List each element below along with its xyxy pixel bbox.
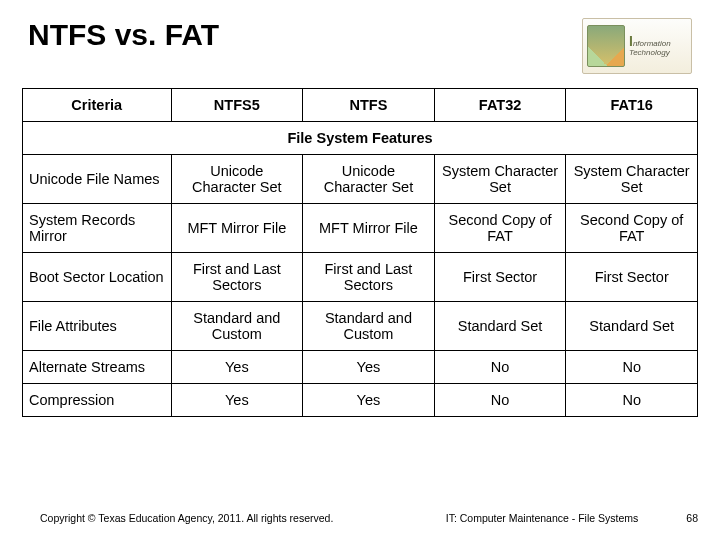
course-text: IT: Computer Maintenance - File Systems	[446, 512, 639, 524]
page-title: NTFS vs. FAT	[28, 18, 219, 52]
criteria-cell: Alternate Streams	[23, 351, 172, 384]
footer: Copyright © Texas Education Agency, 2011…	[0, 512, 720, 524]
value-cell: Standard and Custom	[171, 302, 303, 351]
table-row: Unicode File Names Unicode Character Set…	[23, 155, 698, 204]
value-cell: Standard and Custom	[303, 302, 435, 351]
criteria-cell: Compression	[23, 384, 172, 417]
criteria-cell: Unicode File Names	[23, 155, 172, 204]
section-header-row: File System Features	[23, 122, 698, 155]
col-fat16: FAT16	[566, 89, 698, 122]
value-cell: No	[434, 384, 566, 417]
value-cell: Yes	[171, 351, 303, 384]
value-cell: No	[566, 351, 698, 384]
table-row: Boot Sector Location First and Last Sect…	[23, 253, 698, 302]
value-cell: System Character Set	[566, 155, 698, 204]
value-cell: Unicode Character Set	[171, 155, 303, 204]
value-cell: Second Copy of FAT	[566, 204, 698, 253]
value-cell: First Sector	[566, 253, 698, 302]
page-number: 68	[686, 512, 698, 524]
col-ntfs: NTFS	[303, 89, 435, 122]
it-logo: Information Technology	[582, 18, 692, 74]
value-cell: No	[566, 384, 698, 417]
col-fat32: FAT32	[434, 89, 566, 122]
criteria-cell: File Attributes	[23, 302, 172, 351]
value-cell: Second Copy of FAT	[434, 204, 566, 253]
value-cell: Yes	[303, 384, 435, 417]
value-cell: No	[434, 351, 566, 384]
logo-text: Information Technology	[629, 34, 671, 58]
copyright-text: Copyright © Texas Education Agency, 2011…	[40, 512, 333, 524]
table-row: Alternate Streams Yes Yes No No	[23, 351, 698, 384]
table-row: File Attributes Standard and Custom Stan…	[23, 302, 698, 351]
table-row: System Records Mirror MFT Mirror File MF…	[23, 204, 698, 253]
value-cell: First and Last Sectors	[171, 253, 303, 302]
table-row: Compression Yes Yes No No	[23, 384, 698, 417]
value-cell: Standard Set	[566, 302, 698, 351]
value-cell: Yes	[303, 351, 435, 384]
value-cell: Unicode Character Set	[303, 155, 435, 204]
value-cell: First Sector	[434, 253, 566, 302]
criteria-cell: Boot Sector Location	[23, 253, 172, 302]
value-cell: MFT Mirror File	[171, 204, 303, 253]
col-criteria: Criteria	[23, 89, 172, 122]
col-ntfs5: NTFS5	[171, 89, 303, 122]
logo-mark-icon	[587, 25, 625, 67]
value-cell: System Character Set	[434, 155, 566, 204]
value-cell: Yes	[171, 384, 303, 417]
value-cell: MFT Mirror File	[303, 204, 435, 253]
section-header: File System Features	[23, 122, 698, 155]
criteria-cell: System Records Mirror	[23, 204, 172, 253]
value-cell: First and Last Sectors	[303, 253, 435, 302]
value-cell: Standard Set	[434, 302, 566, 351]
table-header-row: Criteria NTFS5 NTFS FAT32 FAT16	[23, 89, 698, 122]
comparison-table: Criteria NTFS5 NTFS FAT32 FAT16 File Sys…	[22, 88, 698, 417]
